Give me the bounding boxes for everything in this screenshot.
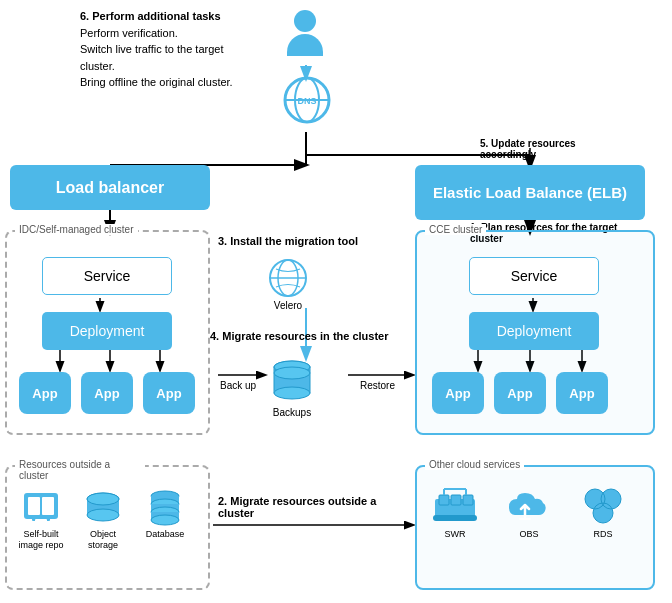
svg-text:DNS: DNS [297, 96, 316, 106]
cce-cluster: CCE cluster Service Deployment App App A… [415, 230, 655, 435]
svg-rect-51 [439, 495, 449, 505]
app-box-left-1: App [19, 372, 71, 414]
velero-icon [268, 258, 308, 298]
object-storage-icon-item: Object storage [77, 485, 129, 551]
app-box-right-1: App [432, 372, 484, 414]
app-box-right-3: App [556, 372, 608, 414]
apps-row-right: App App App [432, 372, 608, 414]
elb-box: Elastic Load Balance (ELB) [415, 165, 645, 220]
svg-point-42 [87, 493, 119, 505]
obs-icon-item: OBS [499, 485, 559, 539]
self-built-icon-item: Self-built image repo [15, 485, 67, 551]
step6-sub2: Switch live traffic to the target cluste… [80, 43, 223, 72]
self-built-icon [20, 485, 62, 527]
svg-point-41 [87, 509, 119, 521]
service-box-left: Service [42, 257, 172, 295]
svg-rect-54 [433, 515, 477, 521]
rds-icon-item: RDS [573, 485, 633, 539]
svg-point-49 [151, 515, 179, 525]
step2-text: 2. Migrate resources outside a cluster [218, 495, 408, 519]
obs-icon [505, 485, 553, 527]
restore-label: Restore [360, 380, 395, 391]
svg-rect-52 [451, 495, 461, 505]
swr-icon [431, 485, 479, 527]
idc-cluster: IDC/Self-managed cluster Service Deploym… [5, 230, 210, 435]
deployment-box-left: Deployment [42, 312, 172, 350]
svg-rect-34 [28, 497, 40, 515]
step6-sub1: Perform verification. [80, 27, 178, 39]
cce-label: CCE cluster [425, 224, 486, 235]
other-cloud-label: Other cloud services [425, 459, 524, 470]
step6-text: 6. Perform additional tasks Perform veri… [80, 8, 260, 91]
app-box-left-3: App [143, 372, 195, 414]
step6-label: 6. Perform additional tasks [80, 10, 221, 22]
svg-rect-35 [42, 497, 54, 515]
resources-outside-left: Resources outside a cluster Self-built i… [5, 465, 210, 590]
object-storage-icon [82, 485, 124, 527]
load-balancer-box: Load balancer [10, 165, 210, 210]
database-icon-item: Database [139, 485, 191, 540]
backup-cylinder-icon [268, 357, 316, 405]
rds-icon [579, 485, 627, 527]
deployment-box-right: Deployment [469, 312, 599, 350]
step5-text: 5. Update resources accordingly [480, 138, 620, 160]
backup-label: Back up [220, 380, 256, 391]
dns-icon: DNS [282, 75, 332, 125]
velero-label: Velero [274, 300, 302, 311]
svg-point-32 [274, 367, 310, 379]
svg-rect-53 [463, 495, 473, 505]
step6-sub3: Bring offline the original cluster. [80, 76, 233, 88]
backups-area: Backups [268, 357, 316, 418]
diagram-container: 6. Perform additional tasks Perform veri… [0, 0, 672, 603]
app-box-right-2: App [494, 372, 546, 414]
idc-label: IDC/Self-managed cluster [15, 224, 138, 235]
app-box-left-2: App [81, 372, 133, 414]
velero-area: Velero [268, 258, 308, 311]
backups-label: Backups [273, 407, 311, 418]
person-icon [280, 10, 330, 65]
step3-text: 3. Install the migration tool [218, 235, 408, 247]
resources-outside-label: Resources outside a cluster [15, 459, 145, 481]
svg-rect-38 [35, 519, 47, 522]
other-cloud-services: Other cloud services SWR [415, 465, 655, 590]
database-icon [144, 485, 186, 527]
apps-row-left: App App App [19, 372, 195, 414]
bottom-icons-right: SWR OBS [425, 485, 633, 539]
service-box-right: Service [469, 257, 599, 295]
swr-icon-item: SWR [425, 485, 485, 539]
svg-point-30 [274, 387, 310, 399]
step4-text: 4. Migrate resources in the cluster [210, 330, 410, 342]
bottom-icons-left: Self-built image repo Object storage [15, 485, 191, 551]
